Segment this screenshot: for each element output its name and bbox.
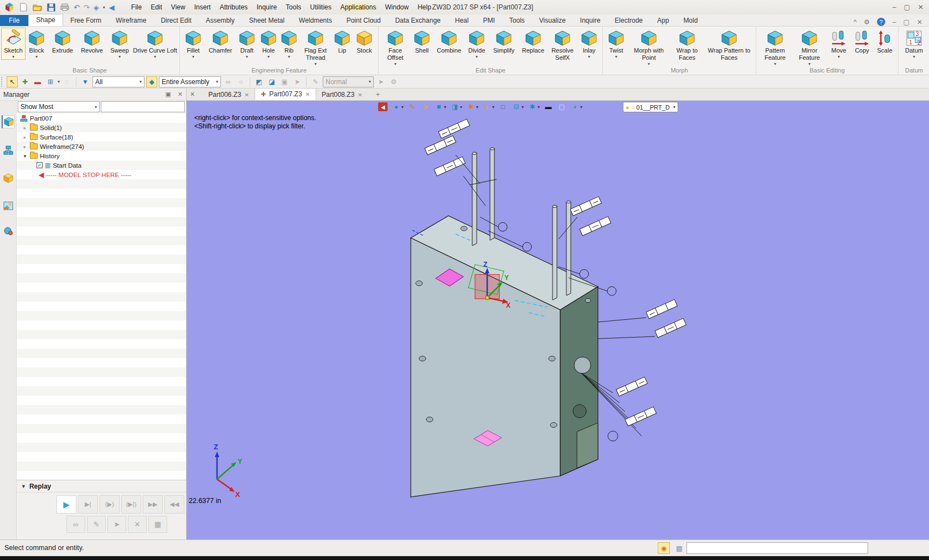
section-view-icon[interactable]: ⊟	[512, 102, 521, 111]
lasso-icon[interactable]: ◌	[61, 76, 73, 87]
pattern-pick-icon[interactable]: ⊞	[45, 76, 56, 87]
tab-mold[interactable]: Mold	[676, 15, 705, 26]
inlay-button[interactable]: Inlay ▾	[577, 28, 601, 59]
chevron-down-icon[interactable]: ▾	[538, 105, 540, 110]
status-command-input[interactable]	[687, 542, 868, 554]
menu-inquire[interactable]: Inquire	[252, 2, 281, 13]
expand-icon[interactable]: ▸	[22, 144, 28, 149]
panel-close-icon[interactable]: ✕	[178, 91, 183, 98]
wrap-pattern-to-faces-button[interactable]: Wrap Pattern to Faces	[704, 28, 754, 61]
revolve-button[interactable]: Revolve	[77, 28, 107, 54]
view-orient-icon[interactable]: ◨	[450, 102, 460, 111]
chevron-down-icon[interactable]: ▾	[808, 61, 811, 66]
resolve-selfx-button[interactable]: Resolve SelfX	[548, 28, 577, 61]
pattern-feature-button[interactable]: Pattern Feature ▾	[758, 28, 792, 66]
chevron-down-icon[interactable]: ▾	[154, 54, 156, 59]
chevron-down-icon[interactable]: ▾	[12, 54, 14, 59]
edge-color-swatch[interactable]: ▬	[544, 102, 553, 111]
tab-close-icon[interactable]: ✕	[306, 91, 310, 97]
tab-group-close-icon[interactable]: ✕	[190, 91, 195, 98]
regen-spline-button[interactable]: ∞	[66, 516, 85, 533]
chevron-down-icon[interactable]: ▾	[588, 54, 590, 59]
background-color-swatch[interactable]: ▢	[557, 102, 566, 111]
tree-item-history[interactable]: ▾ History	[17, 151, 186, 160]
filter-icon[interactable]: ▼	[80, 76, 91, 87]
wrap-to-faces-button[interactable]: Wrap to Faces	[670, 28, 704, 61]
layer-combo[interactable]: ● ○ 01__PRT_D ▾	[623, 102, 678, 112]
chevron-down-icon[interactable]: ▾	[492, 105, 494, 110]
play-to-button[interactable]: (▶|)	[121, 495, 141, 514]
tab-visualize[interactable]: Visualize	[532, 15, 573, 26]
macro-record-icon[interactable]: ◉	[658, 542, 670, 554]
assembly-tree-icon[interactable]	[2, 144, 15, 157]
tab-direct-edit[interactable]: Direct Edit	[153, 15, 198, 26]
visual-manager-icon[interactable]	[2, 172, 15, 185]
chevron-down-icon[interactable]: ▾	[580, 105, 582, 110]
add-selection-icon[interactable]: ✚	[19, 76, 30, 87]
pick-last-icon[interactable]: ➤	[375, 76, 386, 87]
chevron-down-icon[interactable]: ▾	[246, 54, 248, 59]
mirror-feature-button[interactable]: Mirror Feature ▾	[792, 28, 827, 66]
chevron-down-icon[interactable]: ▾	[522, 105, 524, 110]
remove-selection-icon[interactable]: ▬	[32, 76, 43, 87]
sweep-button[interactable]: Sweep ▾	[107, 28, 132, 59]
undo-icon[interactable]: ↶	[74, 3, 80, 12]
menu-file[interactable]: File	[127, 2, 146, 13]
ribbon-collapse-icon[interactable]: ^	[854, 18, 857, 26]
plane-display-icon[interactable]: □	[498, 102, 508, 111]
restore-icon[interactable]: ▢	[904, 3, 910, 11]
extrude-button[interactable]: Extrude	[48, 28, 77, 54]
face-offset-button[interactable]: Face Offset ▾	[380, 28, 410, 66]
menu-applications[interactable]: Applications	[336, 2, 381, 13]
toolbar-gear-icon[interactable]: ⚙	[388, 76, 399, 87]
tab-data-exchange[interactable]: Data Exchange	[388, 15, 448, 26]
delete-button[interactable]: ✕	[128, 516, 147, 533]
chevron-down-icon[interactable]: ▾	[192, 54, 194, 59]
tab-heal[interactable]: Heal	[448, 15, 476, 26]
tab-free-form[interactable]: Free Form	[63, 15, 109, 26]
chevron-down-icon[interactable]: ▾	[35, 54, 38, 59]
freeze-icon[interactable]: ✱	[528, 102, 537, 111]
material-icon[interactable]: ◗	[570, 102, 580, 111]
tree-item-wireframe[interactable]: ▸ Wireframe(274)	[17, 142, 186, 151]
tree-item-model-stop[interactable]: ◀ ----- MODEL STOP HERE -----	[17, 170, 186, 179]
chevron-down-icon[interactable]: ▾	[476, 54, 478, 59]
doc-restore-icon[interactable]: ▢	[904, 18, 910, 26]
drive-curve-loft-button[interactable]: Drive Curve Loft ▾	[132, 28, 178, 59]
stock-button[interactable]: Stock	[352, 28, 376, 54]
snap-free-icon[interactable]: ➤	[292, 76, 303, 87]
render-image-icon[interactable]	[2, 199, 15, 212]
expand-icon[interactable]: ▸	[22, 134, 28, 140]
menu-window[interactable]: Window	[380, 2, 413, 13]
tab-app[interactable]: App	[650, 15, 676, 26]
snap-first-icon[interactable]: ◩	[254, 76, 265, 87]
manager-search-input[interactable]	[101, 101, 185, 112]
fillet-button[interactable]: Fillet ▾	[182, 28, 205, 59]
chevron-down-icon[interactable]: ▾	[476, 105, 478, 110]
menu-view[interactable]: View	[167, 2, 190, 13]
chevron-down-icon[interactable]: ▾	[314, 61, 317, 66]
save-icon[interactable]	[46, 2, 56, 12]
chevron-down-icon[interactable]: ▾	[913, 54, 915, 59]
menu-edit[interactable]: Edit	[146, 2, 167, 13]
morph-with-point-button[interactable]: Morph with Point ▾	[628, 28, 670, 66]
new-tab-icon[interactable]: +	[376, 90, 380, 100]
csys-icon[interactable]: ◆	[146, 76, 157, 87]
model-3d-view[interactable]: Z Y X Z Y X	[187, 101, 929, 540]
doc-minimize-icon[interactable]: –	[892, 18, 896, 26]
tab-point-cloud[interactable]: Point Cloud	[339, 15, 388, 26]
chevron-down-icon[interactable]: ▾	[460, 105, 462, 110]
tab-close-icon[interactable]: ✕	[245, 92, 249, 98]
entity-filter-combo[interactable]: All ▾	[92, 76, 144, 87]
redline-pen-icon[interactable]: ✎	[407, 102, 417, 111]
step-play-button[interactable]: ▶|	[78, 495, 98, 514]
graphics-canvas[interactable]: Z Y X Z Y X <right-click> for context-se…	[187, 101, 929, 540]
menu-attributes[interactable]: Attributes	[215, 2, 252, 13]
doc-tab-part006[interactable]: Part006.Z3 ✕	[203, 89, 255, 100]
new-file-icon[interactable]	[18, 2, 28, 12]
session-notes-icon[interactable]: ▤	[673, 542, 685, 554]
user-globe-icon[interactable]	[2, 225, 15, 238]
chevron-down-icon[interactable]: ▾	[774, 61, 776, 66]
tree-root-part007[interactable]: Part007	[17, 113, 186, 123]
toolbar-drag-handle[interactable]	[1, 77, 4, 87]
